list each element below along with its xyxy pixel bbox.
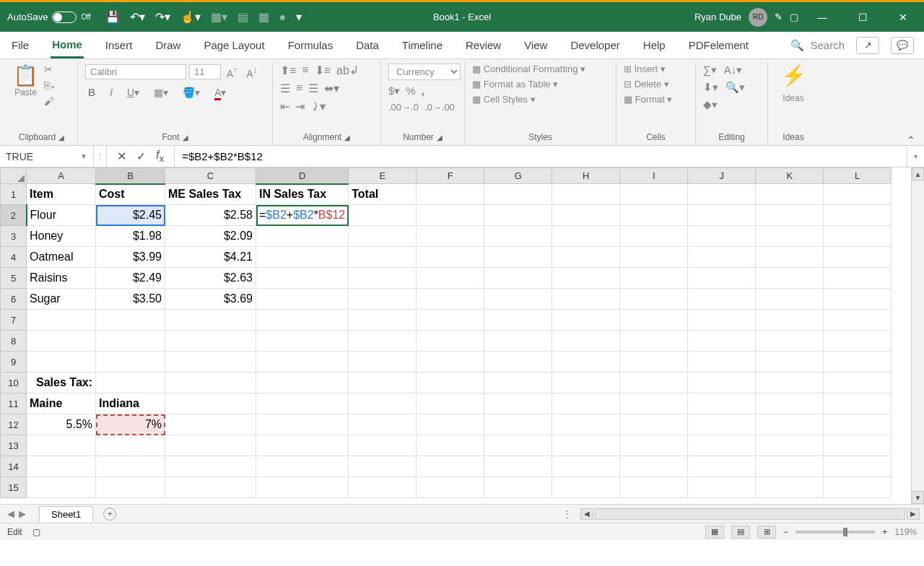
orientation-icon[interactable]: ⤸▾ [310,100,326,113]
expand-formula-bar-icon[interactable]: ▾ [907,146,924,167]
cell-I13[interactable] [620,435,688,456]
page-layout-view-button[interactable]: ▤ [731,526,750,539]
col-header-L[interactable]: L [824,168,892,184]
tab-formulas[interactable]: Formulas [287,33,335,57]
font-size-input[interactable] [189,64,221,79]
cell-H10[interactable] [552,373,620,393]
percent-icon[interactable]: % [406,84,415,97]
cell-B13[interactable] [96,435,165,456]
search-box[interactable]: 🔍 Search [790,39,845,52]
decrease-font-icon[interactable]: A↓ [243,64,260,81]
tab-home[interactable]: Home [51,32,84,58]
cell-K12[interactable] [756,414,824,435]
cell-C15[interactable] [165,477,256,498]
record-icon[interactable]: ● [279,11,287,24]
cell-B2[interactable]: $2.45 [96,205,165,226]
cell-J3[interactable] [688,226,756,247]
cell-K9[interactable] [756,352,824,373]
cell-E10[interactable] [349,373,417,393]
cell-F3[interactable] [417,226,484,247]
cell-K15[interactable] [756,477,824,498]
cell-H6[interactable] [552,289,620,310]
tab-developer[interactable]: Developer [569,33,621,57]
cell-I7[interactable] [620,310,688,331]
decrease-decimal-icon[interactable]: .0→.00 [424,102,455,113]
sort-filter-icon[interactable]: A↓▾ [724,64,743,77]
cell-G6[interactable] [484,289,552,310]
insert-cells-button[interactable]: ⊞ Insert ▾ [624,64,666,74]
cell-L2[interactable] [824,205,892,226]
cell-E11[interactable] [349,393,417,414]
align-bottom-icon[interactable]: ⬇≡ [315,64,331,77]
collapse-ribbon-icon[interactable]: ⌃ [907,134,915,146]
comments-button[interactable]: 💬 [891,37,914,54]
cell-G14[interactable] [484,456,552,477]
row-header-10[interactable]: 10 [1,373,27,393]
cell-A6[interactable]: Sugar [27,289,96,310]
cell-H5[interactable] [552,268,620,289]
cell-D4[interactable] [256,247,349,268]
row-header-15[interactable]: 15 [1,477,27,498]
cell-A4[interactable]: Oatmeal [27,247,96,268]
cell-J11[interactable] [688,393,756,414]
indent-decrease-icon[interactable]: ⇤ [280,100,289,113]
cell-L14[interactable] [824,456,892,477]
tab-file[interactable]: File [10,33,30,57]
cell-A13[interactable] [27,435,96,456]
cell-F8[interactable] [417,331,484,352]
cell-K10[interactable] [756,373,824,393]
col-header-K[interactable]: K [756,168,824,184]
cell-C4[interactable]: $4.21 [165,247,256,268]
align-right-icon[interactable]: ☰ [308,82,318,95]
cell-H11[interactable] [552,393,620,414]
cell-H3[interactable] [552,226,620,247]
row-header-3[interactable]: 3 [1,226,27,247]
cell-L13[interactable] [824,435,892,456]
cell-D9[interactable] [256,352,349,373]
cell-E3[interactable] [349,226,417,247]
cell-B10[interactable] [96,373,165,393]
cell-E9[interactable] [349,352,417,373]
cell-F14[interactable] [417,456,484,477]
fill-icon[interactable]: ⬇▾ [703,81,718,94]
cell-A12[interactable]: 5.5% [27,414,96,435]
cell-B12[interactable]: 7% [96,414,165,435]
wrap-text-icon[interactable]: ab↲ [336,64,359,77]
cell-A14[interactable] [27,456,96,477]
cell-F4[interactable] [417,247,484,268]
cell-A10[interactable]: Sales Tax: [27,373,96,393]
col-header-D[interactable]: D [256,168,349,184]
cell-D13[interactable] [256,435,349,456]
cell-F6[interactable] [417,289,484,310]
cell-A3[interactable]: Honey [27,226,96,247]
user-avatar[interactable]: RD [749,8,767,27]
undo-icon[interactable]: ↶▾ [130,10,145,24]
cell-H1[interactable] [552,184,620,205]
cell-F15[interactable] [417,477,484,498]
row-header-8[interactable]: 8 [1,331,27,352]
cell-J9[interactable] [688,352,756,373]
cell-styles-button[interactable]: ▦ Cell Styles ▾ [472,94,536,105]
cell-K13[interactable] [756,435,824,456]
cell-H8[interactable] [552,331,620,352]
cell-H15[interactable] [552,477,620,498]
cell-K7[interactable] [756,310,824,331]
cell-I9[interactable] [620,352,688,373]
cell-A15[interactable] [27,477,96,498]
cell-L12[interactable] [824,414,892,435]
copy-icon[interactable]: ⎘▾ [44,79,56,91]
name-box-dropdown-icon[interactable]: ▼ [80,152,87,160]
cell-E12[interactable] [349,414,417,435]
cell-A5[interactable]: Raisins [27,268,96,289]
sheet-tab-sheet1[interactable]: Sheet1 [39,506,93,522]
format-painter-icon[interactable]: 🖌 [44,95,56,107]
cell-E1[interactable]: Total [349,184,417,205]
cell-A9[interactable] [27,352,96,373]
cell-D3[interactable] [256,226,349,247]
scroll-up-icon[interactable]: ▲ [912,167,924,180]
cell-D8[interactable] [256,331,349,352]
row-header-11[interactable]: 11 [1,393,27,414]
cell-K4[interactable] [756,247,824,268]
close-button[interactable]: ✕ [886,2,920,32]
cell-D2[interactable]: =$B2+$B2*B$12 [256,205,349,226]
